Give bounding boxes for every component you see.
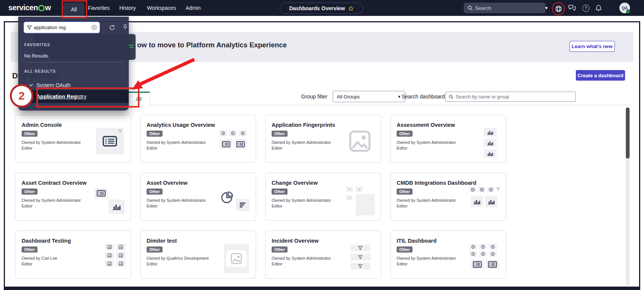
- card-thumbnail-circles-lists: [219, 128, 251, 160]
- card-badge: Other: [397, 189, 413, 195]
- card-badge: Other: [147, 246, 163, 253]
- top-navbar: servicenw All Favorites History Workspac…: [0, 0, 644, 16]
- global-search[interactable]: ▼: [464, 3, 546, 13]
- card-badge: Other: [397, 246, 413, 253]
- dashboard-card[interactable]: Dimiter test Other Owned by Qualtrics De…: [140, 231, 256, 279]
- card-thumbnail-pie-hbars: [219, 186, 251, 218]
- dashboard-card[interactable]: Asset Overview Other Owned by System Adm…: [140, 173, 256, 221]
- create-dashboard-button[interactable]: Create a dashboard: [576, 70, 625, 81]
- card-thumbnail-dots-blocks: [344, 186, 376, 218]
- card-thumbnail-funnels: [344, 244, 376, 276]
- image-icon: [349, 130, 371, 152]
- group-label: System OAuth: [36, 82, 70, 88]
- current-page-pill[interactable]: Dashboards Overview: [280, 3, 363, 14]
- dashboard-card[interactable]: Analytics Usage Overview Other Owned by …: [140, 115, 256, 163]
- funnel-icon: [496, 187, 500, 191]
- menu-filter-input[interactable]: [32, 25, 91, 30]
- card-title: Asset Overview: [147, 180, 250, 186]
- card-thumbnail-image-grid: [94, 244, 126, 276]
- dashboard-card[interactable]: Application Fingerprints Other Owned by …: [265, 115, 381, 163]
- card-title: ITIL Dashboard: [397, 238, 500, 244]
- card-title: Dimiter test: [147, 238, 250, 244]
- card-title: Application Fingerprints: [272, 122, 375, 128]
- card-title: Analytics Usage Overview: [147, 122, 250, 128]
- funnel-icon: [118, 129, 122, 133]
- card-title: CMDB Integrations Dashboard: [397, 180, 500, 186]
- menu-group-system-oauth[interactable]: System OAuth: [18, 80, 129, 90]
- dashboard-card[interactable]: CMDB Integrations Dashboard Other Owned …: [390, 173, 506, 221]
- all-menu-dropdown: FAVORITES No Results ALL RESULTS System …: [18, 17, 129, 111]
- result-rest-part: istry: [77, 94, 87, 100]
- card-badge: Other: [147, 131, 163, 137]
- card-title: Incident Overview: [272, 238, 375, 244]
- card-thumbnail-bar-column: [469, 128, 501, 160]
- dashboard-search[interactable]: [445, 92, 576, 102]
- help-icon[interactable]: ?: [582, 0, 589, 16]
- card-badge: Other: [272, 189, 288, 195]
- pill-label: Dashboards Overview: [289, 5, 345, 11]
- card-badge: Other: [397, 131, 413, 137]
- card-thumbnail-list-funnel: [94, 128, 126, 160]
- favorite-star-icon[interactable]: [348, 6, 354, 11]
- refresh-icon[interactable]: [109, 25, 115, 31]
- dashboard-card[interactable]: Dashboard Testing Other Owned by Carl Le…: [15, 231, 131, 279]
- dashboard-card-grid: Admin Console Other Owned by System Admi…: [15, 115, 506, 279]
- dashboard-card[interactable]: Asset Contract Overview Other Owned by S…: [15, 173, 131, 221]
- funnel-icon: [27, 25, 32, 30]
- search-dashboard-label: Search dashboard: [402, 94, 445, 100]
- dashboard-search-input[interactable]: [453, 94, 575, 100]
- dashboard-card[interactable]: Admin Console Other Owned by System Admi…: [15, 115, 131, 163]
- clear-icon[interactable]: [91, 25, 97, 30]
- dashboard-card[interactable]: Change Overview Other Owned by System Ad…: [265, 173, 381, 221]
- presence-status-dot: [626, 9, 630, 14]
- menu-divider: [23, 62, 124, 62]
- card-title: Admin Console: [22, 122, 125, 128]
- notifications-bell-icon[interactable]: [595, 0, 602, 16]
- card-thumbnail-image-placeholder: [344, 128, 376, 160]
- card-badge: Other: [147, 189, 163, 195]
- menu-filter[interactable]: [23, 22, 100, 33]
- card-thumbnail-circles-bars: [469, 186, 501, 218]
- nav-menu-history[interactable]: History: [119, 0, 136, 16]
- nav-menu-all[interactable]: All: [63, 3, 84, 16]
- pin-icon[interactable]: [123, 24, 128, 30]
- group-filter-label: Group filter: [301, 94, 327, 100]
- globe-icon: [555, 5, 562, 12]
- banner-title: ow to move to Platform Analytics Experie…: [137, 41, 287, 49]
- card-thumbnail-list-bars: [94, 186, 126, 218]
- tab-all[interactable]: All: [127, 92, 150, 105]
- nav-menu-favorites[interactable]: Favorites: [88, 0, 110, 16]
- globe-icon-red-annotation[interactable]: [552, 2, 565, 15]
- dashboard-card[interactable]: Incident Overview Other Owned by System …: [265, 231, 381, 279]
- image-icon: [231, 253, 242, 264]
- user-avatar[interactable]: QA: [619, 3, 630, 13]
- nav-menu-workspaces[interactable]: Workspaces: [147, 0, 176, 16]
- search-dropdown-caret[interactable]: ▼: [544, 6, 549, 10]
- favorites-no-results: No Results: [24, 53, 48, 59]
- scrollbar-thumb[interactable]: [626, 108, 630, 159]
- favorites-header: FAVORITES: [24, 42, 50, 47]
- learn-whats-new-button[interactable]: Learn what's new: [569, 41, 615, 52]
- card-title: Assessment Overview: [397, 122, 500, 128]
- dashboard-card[interactable]: Assessment Overview Other Owned by Syste…: [390, 115, 506, 163]
- search-icon: [467, 5, 473, 11]
- servicenow-logo[interactable]: servicenw: [8, 3, 51, 12]
- chevron-down-icon: ▼: [397, 95, 401, 99]
- global-search-input[interactable]: [473, 5, 544, 11]
- card-badge: Other: [22, 246, 38, 253]
- group-filter-select[interactable]: All Groups ▼: [333, 91, 405, 102]
- all-results-header: ALL RESULTS: [24, 69, 56, 73]
- card-title: Dashboard Testing: [22, 238, 125, 244]
- dashboard-card[interactable]: ITIL Dashboard Other Owned by System Adm…: [390, 231, 506, 279]
- card-badge: Other: [272, 131, 288, 137]
- card-title: Asset Contract Overview: [22, 180, 125, 186]
- menu-item-application-registry[interactable]: Application Registry: [18, 90, 129, 103]
- search-icon: [449, 94, 453, 99]
- chevron-down-icon: [29, 84, 33, 87]
- nav-menu-admin[interactable]: Admin: [186, 0, 201, 16]
- connect-chat-icon[interactable]: [568, 0, 576, 16]
- pie-chart-icon: [221, 191, 234, 204]
- card-thumbnail-image-tile: [219, 244, 251, 276]
- card-thumbnail-circles-lists: [469, 244, 501, 276]
- card-badge: Other: [22, 189, 38, 195]
